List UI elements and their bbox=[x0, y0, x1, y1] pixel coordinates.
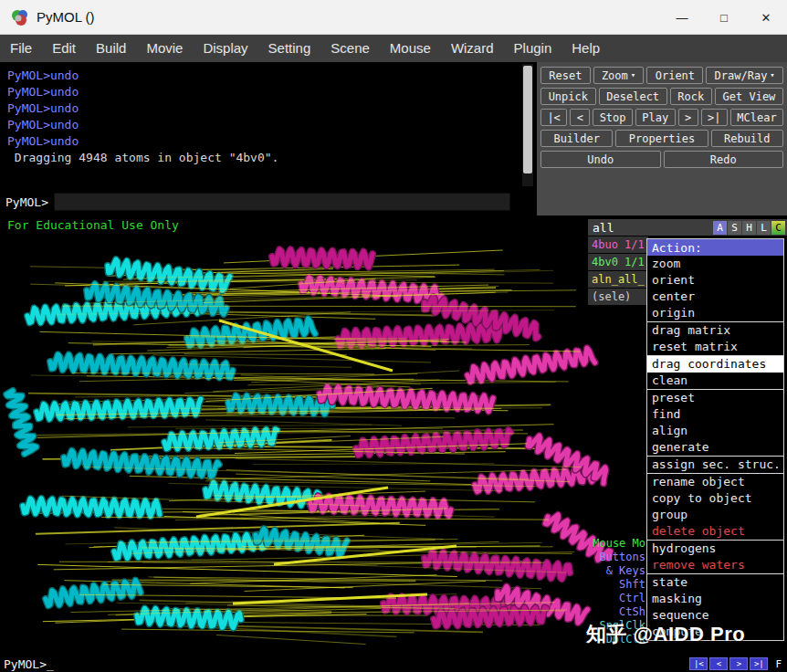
button-label: > bbox=[685, 111, 691, 124]
button-label: < bbox=[577, 111, 583, 124]
menu-scene[interactable]: Scene bbox=[320, 35, 380, 62]
console-log: PyMOL>undoPyMOL>undoPyMOL>undoPyMOL>undo… bbox=[0, 62, 537, 188]
menu-setting[interactable]: Setting bbox=[258, 35, 321, 62]
undo-button[interactable]: Undo bbox=[540, 151, 661, 168]
frame-last-button[interactable]: >| bbox=[750, 657, 768, 670]
action-item-orient[interactable]: orient bbox=[647, 272, 783, 289]
action-item-zoom[interactable]: zoom bbox=[647, 256, 783, 272]
deselect-button[interactable]: Deselect bbox=[599, 88, 667, 105]
ctrl-2-5-button[interactable]: >| bbox=[701, 109, 728, 126]
menu-wizard[interactable]: Wizard bbox=[441, 35, 504, 62]
menu-display[interactable]: Display bbox=[193, 35, 257, 62]
console-line: PyMOL>undo bbox=[7, 117, 530, 133]
action-item-align[interactable]: align bbox=[647, 423, 783, 439]
window-controls: — □ ✕ bbox=[661, 0, 787, 34]
object-panel: all ASHLC 4buo 1/14bv0 1/1aln_all_(sele)… bbox=[588, 219, 787, 305]
panel-chip-s[interactable]: S bbox=[728, 221, 741, 235]
viewport-3d[interactable]: For Educational Use Only all ASHLC 4buo … bbox=[0, 215, 787, 656]
window-title: PyMOL () bbox=[37, 9, 95, 25]
menu-plugin[interactable]: Plugin bbox=[504, 35, 562, 62]
action-item-reset-matrix[interactable]: reset matrix bbox=[647, 339, 783, 355]
mclear-button[interactable]: MClear bbox=[730, 109, 783, 126]
action-item-drag-coordinates[interactable]: drag coordinates bbox=[647, 356, 783, 373]
redo-button[interactable]: Redo bbox=[664, 151, 784, 168]
rebuild-button[interactable]: Rebuild bbox=[711, 130, 783, 147]
minimize-button[interactable]: — bbox=[661, 0, 703, 35]
button-label: MClear bbox=[737, 111, 776, 124]
action-item-origin[interactable]: origin bbox=[647, 305, 783, 321]
action-item-generate[interactable]: generate bbox=[647, 439, 783, 456]
action-item-center[interactable]: center bbox=[647, 289, 783, 305]
action-item-drag-matrix[interactable]: drag matrix bbox=[647, 322, 783, 339]
chevron-down-icon: ▾ bbox=[631, 71, 635, 79]
edu-notice: For Educational Use Only bbox=[7, 218, 179, 232]
object-row-4buo-1-1[interactable]: 4buo 1/1 bbox=[588, 236, 648, 253]
play-button[interactable]: Play bbox=[635, 109, 676, 126]
panel-chip-l[interactable]: L bbox=[757, 221, 771, 235]
object-row-aln-all[interactable]: aln_all_ bbox=[588, 271, 648, 288]
close-button[interactable]: ✕ bbox=[745, 0, 787, 35]
mouse-panel-label: Shft bbox=[589, 578, 645, 592]
panel-chip-h[interactable]: H bbox=[742, 221, 756, 235]
frame-first-button[interactable]: |< bbox=[689, 657, 708, 670]
reset-button[interactable]: Reset bbox=[540, 67, 591, 84]
action-item-state[interactable]: state bbox=[647, 574, 783, 591]
get-view-button[interactable]: Get View bbox=[715, 88, 783, 105]
button-label: Zoom bbox=[602, 69, 628, 82]
vcr-controls: |<<>>| bbox=[689, 657, 768, 670]
menu-build[interactable]: Build bbox=[86, 35, 136, 62]
button-label: Redo bbox=[710, 153, 737, 166]
builder-button[interactable]: Builder bbox=[540, 130, 613, 147]
orient-button[interactable]: Orient bbox=[646, 67, 703, 84]
stop-button[interactable]: Stop bbox=[593, 109, 633, 126]
console-scrollbar[interactable] bbox=[522, 64, 533, 186]
chevron-down-icon: ▾ bbox=[770, 71, 774, 79]
frame-next-button[interactable]: > bbox=[729, 657, 748, 670]
action-item-hydrogens[interactable]: hydrogens bbox=[647, 541, 783, 557]
zoom-button[interactable]: Zoom▾ bbox=[593, 67, 645, 84]
button-label: Unpick bbox=[549, 90, 588, 103]
menu-mouse[interactable]: Mouse bbox=[380, 35, 441, 62]
command-input[interactable] bbox=[54, 193, 510, 211]
action-item-group[interactable]: group bbox=[647, 507, 783, 523]
action-item-clean[interactable]: clean bbox=[647, 373, 783, 389]
ctrl-2-1-button[interactable]: < bbox=[570, 109, 590, 126]
unpick-button[interactable]: Unpick bbox=[540, 88, 596, 105]
bottom-prompt: PyMOL>_ bbox=[4, 657, 54, 671]
action-item-preset[interactable]: preset bbox=[647, 390, 783, 406]
panel-chip-a[interactable]: A bbox=[713, 221, 727, 235]
rock-button[interactable]: Rock bbox=[670, 88, 712, 105]
action-item-delete-object[interactable]: delete object bbox=[647, 523, 783, 540]
app-icon bbox=[11, 8, 29, 26]
action-item-masking[interactable]: masking bbox=[647, 591, 783, 607]
action-menu-items: zoomorientcenterorigindrag matrixreset m… bbox=[647, 256, 783, 640]
menu-file[interactable]: File bbox=[0, 35, 42, 62]
command-row: PyMOL> bbox=[0, 188, 537, 215]
ctrl-2-4-button[interactable]: > bbox=[678, 109, 698, 126]
ctrl-2-0-button[interactable]: |< bbox=[540, 109, 567, 126]
object-row-sele[interactable]: (sele) bbox=[588, 289, 648, 305]
control-row: UnpickDeselectRockGet View bbox=[540, 88, 783, 105]
draw-ray-button[interactable]: Draw/Ray▾ bbox=[706, 67, 783, 84]
object-row-all[interactable]: all ASHLC bbox=[588, 219, 787, 236]
control-row: UndoRedo bbox=[540, 151, 783, 168]
control-row: BuilderPropertiesRebuild bbox=[540, 130, 783, 147]
action-item-copy-to-object[interactable]: copy to object bbox=[647, 490, 783, 507]
scrollbar-thumb[interactable] bbox=[523, 66, 532, 173]
menu-help[interactable]: Help bbox=[561, 35, 610, 62]
action-item-find[interactable]: find bbox=[647, 406, 783, 423]
action-item-rename-object[interactable]: rename object bbox=[647, 474, 783, 490]
menu-movie[interactable]: Movie bbox=[136, 35, 193, 62]
frame-prev-button[interactable]: < bbox=[709, 657, 728, 670]
menu-edit[interactable]: Edit bbox=[42, 35, 86, 62]
object-row-4bv0-1-1[interactable]: 4bv0 1/1 bbox=[588, 254, 648, 270]
maximize-button[interactable]: □ bbox=[703, 0, 745, 35]
console-line: PyMOL>undo bbox=[7, 68, 530, 84]
panel-chip-c[interactable]: C bbox=[771, 221, 785, 235]
action-item-assign-sec-struc[interactable]: assign sec. struc. bbox=[647, 457, 783, 473]
action-item-remove-waters[interactable]: remove waters bbox=[647, 557, 783, 573]
watermark: 知乎 @AIDD Pro bbox=[586, 621, 745, 648]
properties-button[interactable]: Properties bbox=[615, 130, 708, 147]
button-label: Rock bbox=[677, 90, 704, 103]
button-label: Stop bbox=[600, 111, 626, 124]
